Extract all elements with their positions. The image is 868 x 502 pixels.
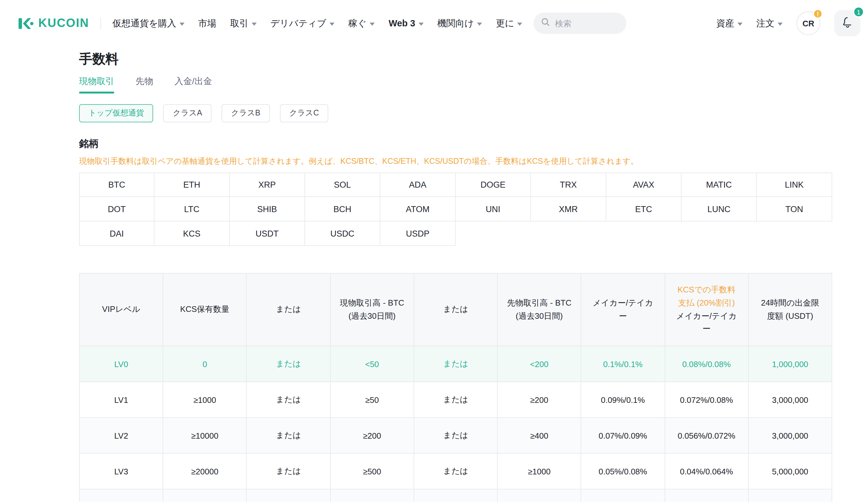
coin-cell-LINK: LINK: [757, 172, 832, 197]
nav-item-label: 更に: [496, 17, 514, 29]
fee-table-cell: ≥200: [497, 382, 581, 418]
chevron-down-icon: [330, 22, 334, 25]
fee-table-cell: 0.08%/0.08%: [665, 346, 748, 382]
notification-count-badge: 1: [853, 6, 864, 18]
fee-table-header: KCSでの手数料支払 (20%割引)メイカー/テイカー: [665, 273, 748, 346]
coin-cell-USDP: USDP: [380, 221, 456, 246]
coin-cell-UNI: UNI: [456, 197, 531, 221]
chevron-down-icon: [737, 22, 743, 25]
kucoin-fees-page: KUCOIN 仮想通貨を購入市場取引デリバティブ稼ぐWeb 3機関向け更に 資産…: [0, 0, 868, 502]
page-title: 手数料: [79, 50, 832, 68]
nav-item-label: 取引: [230, 17, 249, 29]
fee-table-row-LV0: LV00または<50または<2000.1%/0.1%0.08%/0.08%1,0…: [79, 346, 832, 382]
fee-table-cell: 0.072%/0.08%: [665, 382, 748, 418]
tab-入金/出金[interactable]: 入金/出金: [175, 76, 212, 94]
nav-item[interactable]: 取引: [230, 17, 257, 29]
kucoin-logo[interactable]: KUCOIN: [17, 15, 89, 31]
coin-cell-TRX: TRX: [531, 172, 606, 197]
fee-table-cell: または: [247, 382, 330, 418]
fee-table-cell: または: [414, 382, 497, 418]
chip-クラスC[interactable]: クラスC: [280, 104, 329, 122]
search-box[interactable]: [534, 12, 627, 34]
fee-table-cell: 0: [163, 346, 246, 382]
coin-cell-SOL: SOL: [305, 172, 380, 197]
chip-クラスB[interactable]: クラスB: [221, 104, 270, 122]
chevron-down-icon: [179, 22, 185, 25]
nav-item-label: 機関向け: [437, 17, 474, 29]
nav-item[interactable]: Web 3: [389, 18, 423, 28]
fee-table-cell: 5,000,000: [748, 489, 832, 502]
coin-cell-empty: [682, 221, 757, 246]
fee-table: VIPレベルKCS保有数量または現物取引高 - BTC(過去30日間)または先物…: [79, 273, 832, 502]
fee-table-cell: 1,000,000: [748, 346, 832, 382]
coin-cell-TON: TON: [757, 197, 832, 221]
kucoin-logo-icon: [17, 15, 34, 31]
chevron-down-icon: [778, 22, 783, 25]
coin-grid: BTCETHXRPSOLADADOGETRXAVAXMATICLINKDOTLT…: [79, 172, 832, 246]
chip-クラスA[interactable]: クラスA: [164, 104, 211, 122]
nav-item[interactable]: デリバティブ: [270, 17, 334, 29]
fee-table-cell: LV3: [79, 453, 163, 489]
fee-table-cell: ≥50: [330, 382, 414, 418]
nav-item[interactable]: 仮想通貨を購入: [112, 17, 185, 29]
nav-item-label: 仮想通貨を購入: [112, 17, 176, 29]
coin-cell-SHIB: SHIB: [230, 197, 305, 221]
fee-table-cell: または: [247, 453, 330, 489]
nav-item[interactable]: 機関向け: [437, 17, 482, 29]
coin-cell-KCS: KCS: [154, 221, 230, 246]
fee-table-header: メイカー/テイカー: [581, 273, 665, 346]
tab-現物取引[interactable]: 現物取引: [79, 76, 114, 94]
fee-table-cell: 0.03%/0.07%: [581, 489, 665, 502]
fee-table-header: または: [414, 273, 497, 346]
fee-table-cell: または: [414, 346, 497, 382]
coin-cell-LTC: LTC: [154, 197, 230, 221]
orders-menu[interactable]: 注文: [756, 17, 783, 29]
fee-table-cell: または: [247, 489, 330, 502]
fee-table-cell: ≥1000: [163, 382, 246, 418]
nav-item[interactable]: 市場: [198, 17, 217, 29]
avatar-alert-badge: !: [813, 9, 823, 19]
fees-content: 手数料 現物取引先物入金/出金 トップ仮想通貨クラスAクラスBクラスC 銘柄 現…: [79, 50, 832, 502]
fee-table-row-LV1: LV1≥1000または≥50または≥2000.09%/0.1%0.072%/0.…: [79, 382, 832, 418]
fee-table-cell: ≥1000: [497, 453, 581, 489]
fee-table-cell: LV4: [79, 489, 163, 502]
notifications-button[interactable]: 1: [834, 10, 860, 36]
bell-icon: [841, 16, 853, 30]
search-icon: [541, 18, 550, 29]
fee-table-cell: または: [414, 489, 497, 502]
fee-table-cell: または: [247, 346, 330, 382]
fee-table-header: または: [247, 273, 330, 346]
fee-table-row-LV3: LV3≥20000または≥500または≥10000.05%/0.08%0.04%…: [79, 453, 832, 489]
fee-table-header: 先物取引高 - BTC(過去30日間): [497, 273, 581, 346]
fee-table-cell: <200: [497, 346, 581, 382]
chevron-down-icon: [418, 22, 423, 25]
assets-menu-label: 資産: [716, 17, 734, 29]
coin-cell-ETC: ETC: [606, 197, 682, 221]
fee-table-cell: または: [247, 418, 330, 453]
fee-table-cell: ≥30000: [163, 489, 246, 502]
coin-cell-BTC: BTC: [79, 172, 154, 197]
nav-item[interactable]: 更に: [496, 17, 523, 29]
avatar[interactable]: CR !: [796, 11, 820, 35]
fee-table-row-LV2: LV2≥10000または≥200または≥4000.07%/0.09%0.056%…: [79, 418, 832, 453]
coin-cell-empty: [757, 221, 832, 246]
coin-cell-ETH: ETH: [154, 172, 230, 197]
fee-table-cell: ≥200: [330, 418, 414, 453]
fee-table-cell: ≥1000: [330, 489, 414, 502]
coin-cell-empty: [456, 221, 531, 246]
search-input[interactable]: [555, 19, 619, 28]
tab-先物[interactable]: 先物: [136, 76, 153, 94]
nav-item-label: 稼ぐ: [348, 17, 367, 29]
nav-item-label: 市場: [198, 17, 217, 29]
main-nav: 仮想通貨を購入市場取引デリバティブ稼ぐWeb 3機関向け更に: [112, 17, 523, 29]
nav-divider: [101, 18, 101, 29]
chip-トップ仮想通貨[interactable]: トップ仮想通貨: [79, 104, 154, 122]
fee-table-cell: または: [414, 453, 497, 489]
nav-item[interactable]: 稼ぐ: [348, 17, 375, 29]
orders-menu-label: 注文: [756, 17, 775, 29]
assets-menu[interactable]: 資産: [716, 17, 743, 29]
chevron-down-icon: [477, 22, 482, 25]
fee-table-cell: LV2: [79, 418, 163, 453]
coin-cell-BCH: BCH: [305, 197, 380, 221]
top-navbar: KUCOIN 仮想通貨を購入市場取引デリバティブ稼ぐWeb 3機関向け更に 資産…: [0, 0, 868, 46]
